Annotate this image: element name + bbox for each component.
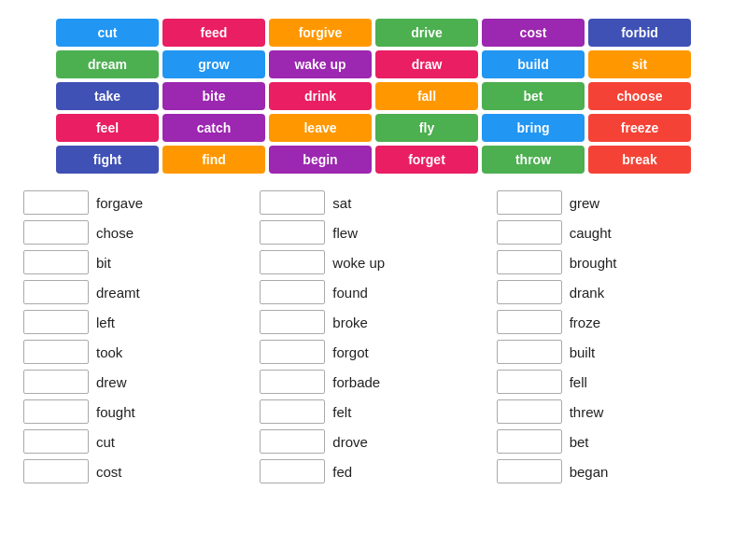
answer-word-fed: fed — [332, 464, 352, 480]
tile-fly[interactable]: fly — [375, 114, 478, 142]
tile-build[interactable]: build — [482, 50, 585, 78]
tile-throw[interactable]: throw — [482, 146, 585, 174]
answer-input-bet[interactable] — [497, 429, 562, 454]
answer-word-left: left — [96, 315, 115, 330]
tile-freeze[interactable]: freeze — [588, 114, 691, 142]
answer-input-took[interactable] — [23, 340, 89, 364]
answer-row: caught — [497, 220, 724, 245]
answer-input-fed[interactable] — [260, 459, 325, 483]
answer-word-caught: caught — [570, 225, 612, 241]
answer-input-fought[interactable] — [23, 399, 89, 424]
tile-find[interactable]: find — [162, 146, 265, 174]
answer-row: grew — [497, 190, 724, 215]
tile-forgive[interactable]: forgive — [269, 19, 372, 47]
tile-take[interactable]: take — [56, 82, 159, 110]
answer-word-built: built — [570, 344, 596, 360]
tile-cut[interactable]: cut — [56, 19, 159, 47]
answer-row: forgave — [23, 190, 250, 215]
answer-word-sat: sat — [332, 195, 351, 211]
tile-leave[interactable]: leave — [269, 114, 372, 142]
answer-section: forgavechosebitdreamtlefttookdrewfoughtc… — [14, 190, 733, 489]
answer-row: left — [23, 310, 250, 334]
tile-cost[interactable]: cost — [482, 19, 585, 47]
answer-input-chose[interactable] — [23, 220, 89, 245]
answer-word-bit: bit — [96, 255, 111, 271]
answer-input-forbade[interactable] — [260, 370, 325, 394]
answer-word-forgave: forgave — [96, 195, 143, 211]
answer-input-bit[interactable] — [23, 250, 89, 274]
answer-input-fell[interactable] — [497, 370, 562, 394]
answer-input-found[interactable] — [260, 280, 325, 304]
answer-input-brought[interactable] — [497, 250, 562, 274]
answer-input-threw[interactable] — [497, 399, 562, 424]
answer-row: found — [260, 280, 486, 304]
answer-word-flew: flew — [332, 225, 358, 241]
answer-input-caught[interactable] — [497, 220, 562, 245]
tile-fight[interactable]: fight — [56, 146, 159, 174]
tile-fall[interactable]: fall — [375, 82, 478, 110]
tile-draw[interactable]: draw — [375, 50, 478, 78]
answer-row: forgot — [260, 340, 486, 364]
answer-input-froze[interactable] — [497, 310, 562, 334]
answer-input-left[interactable] — [23, 310, 89, 334]
answer-word-grew: grew — [570, 195, 600, 211]
tile-forbid[interactable]: forbid — [588, 19, 691, 47]
answer-input-forgot[interactable] — [260, 340, 325, 364]
tile-feed[interactable]: feed — [162, 19, 265, 47]
answer-row: chose — [23, 220, 250, 245]
tile-grow[interactable]: grow — [162, 50, 265, 78]
tile-dream[interactable]: dream — [56, 50, 159, 78]
answer-word-drank: drank — [570, 285, 605, 301]
tile-break[interactable]: break — [588, 146, 691, 174]
answer-word-began: began — [570, 464, 609, 480]
answer-input-drank[interactable] — [497, 280, 562, 304]
tile-bet[interactable]: bet — [482, 82, 585, 110]
answer-word-froze: froze — [570, 315, 600, 330]
tile-feel[interactable]: feel — [56, 114, 159, 142]
tile-begin[interactable]: begin — [269, 146, 372, 174]
answer-input-dreamt[interactable] — [23, 280, 89, 304]
tile-forget[interactable]: forget — [375, 146, 478, 174]
tile-drink[interactable]: drink — [269, 82, 372, 110]
answer-input-flew[interactable] — [260, 220, 325, 245]
answer-row: began — [497, 459, 724, 483]
answer-input-sat[interactable] — [260, 190, 325, 215]
answer-row: woke up — [260, 250, 486, 274]
answer-input-built[interactable] — [497, 340, 562, 364]
answer-input-cut[interactable] — [23, 429, 89, 454]
answer-col2: satflewwoke upfoundbrokeforgotforbadefel… — [260, 190, 486, 489]
answer-input-cost[interactable] — [23, 459, 89, 483]
answer-word-drew: drew — [96, 374, 127, 390]
answer-input-woke up[interactable] — [260, 250, 325, 274]
tile-wake-up[interactable]: wake up — [269, 50, 372, 78]
tile-drive[interactable]: drive — [375, 19, 478, 47]
answer-word-forbade: forbade — [332, 374, 380, 390]
answer-input-grew[interactable] — [497, 190, 562, 215]
tile-bite[interactable]: bite — [162, 82, 265, 110]
answer-input-forgave[interactable] — [23, 190, 89, 215]
tile-choose[interactable]: choose — [588, 82, 691, 110]
answer-input-began[interactable] — [497, 459, 562, 483]
answer-word-cut: cut — [96, 434, 115, 450]
answer-row: forbade — [260, 370, 486, 394]
answer-row: threw — [497, 399, 724, 424]
answer-row: froze — [497, 310, 724, 334]
answer-input-felt[interactable] — [260, 399, 325, 424]
answer-word-woke up: woke up — [332, 255, 385, 271]
tile-catch[interactable]: catch — [162, 114, 265, 142]
answer-row: drank — [497, 280, 724, 304]
answer-word-cost: cost — [96, 464, 122, 480]
answer-row: took — [23, 340, 250, 364]
answer-word-chose: chose — [96, 225, 134, 241]
tile-bring[interactable]: bring — [482, 114, 585, 142]
answer-row: cost — [23, 459, 250, 483]
answer-input-broke[interactable] — [260, 310, 325, 334]
answer-row: sat — [260, 190, 486, 215]
answer-col3: grewcaughtbroughtdrankfrozebuiltfellthre… — [497, 190, 724, 489]
answer-row: drew — [23, 370, 250, 394]
answer-row: cut — [23, 429, 250, 454]
answer-word-forgot: forgot — [332, 344, 368, 360]
answer-input-drew[interactable] — [23, 370, 89, 394]
tile-sit[interactable]: sit — [588, 50, 691, 78]
answer-input-drove[interactable] — [260, 429, 325, 454]
